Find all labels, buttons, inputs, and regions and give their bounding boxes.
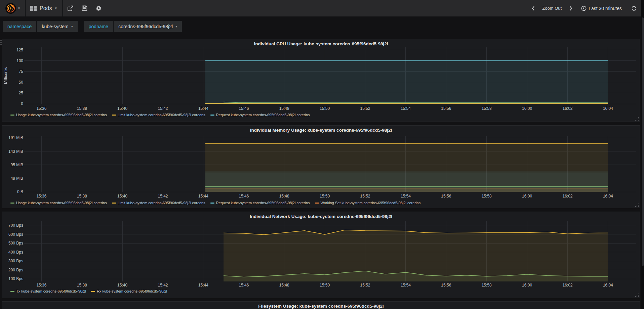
x-axis-tick-label: 15:56: [441, 106, 451, 111]
legend-color-dash: [10, 115, 14, 116]
legend-label: Usage kube-system coredns-695f96dcd5-98j…: [16, 113, 107, 117]
y-axis-tick-label: 25: [19, 91, 24, 95]
scrollbar-thumb[interactable]: [642, 17, 644, 266]
legend-item[interactable]: Usage kube-system coredns-695f96dcd5-98j…: [10, 201, 107, 205]
legend-color-dash: [10, 203, 14, 204]
time-back-button[interactable]: [529, 0, 537, 16]
legend-item[interactable]: Rx kube-system coredns-695f96dcd5-98j2l: [91, 289, 167, 293]
x-axis-tick-label: 15:36: [36, 194, 46, 198]
dashboard-picker-button[interactable]: Pods ▾: [26, 0, 63, 16]
x-axis-tick-label: 15:58: [482, 194, 492, 198]
legend-label: Working Set kube-system coredns-695f96dc…: [321, 201, 421, 205]
grafana-logo-icon: [5, 3, 16, 14]
legend-item[interactable]: Request kube-system coredns-695f96dcd5-9…: [210, 201, 310, 205]
y-axis-tick-label: 0 B: [17, 189, 23, 194]
dashboard-grid-icon: [30, 6, 37, 11]
panel-filesystem-usage: Filesystem Usage: kube-system coredns-69…: [2, 301, 640, 309]
panel-memory-usage: Individual Memory Usage: kube-system cor…: [2, 125, 640, 208]
legend-item[interactable]: Request kube-system coredns-695f96dcd5-9…: [210, 113, 310, 117]
panel-title[interactable]: Individual Memory Usage: kube-system cor…: [2, 128, 640, 133]
y-axis-tick-label: 400 Bps: [8, 250, 23, 255]
time-forward-button[interactable]: [566, 0, 575, 16]
panel-network-usage: Individual Network Usage: kube-system co…: [2, 212, 640, 298]
grafana-menu-button[interactable]: ▾: [0, 0, 26, 16]
refresh-button[interactable]: [630, 0, 638, 16]
panel-resize-handle[interactable]: [638, 206, 639, 207]
x-axis-tick-label: 16:00: [522, 106, 532, 111]
x-axis-tick-label: 15:48: [279, 106, 289, 111]
chevron-left-icon: [532, 6, 535, 11]
save-dashboard-button[interactable]: [77, 0, 91, 16]
legend-item[interactable]: Limit kube-system coredns-695f96dcd5-98j…: [112, 201, 205, 205]
chart-plot: 0 B48 MiB95 MiB143 MiB191 MiB15:3615:381…: [2, 126, 640, 208]
dashboard-title: Pods: [40, 5, 52, 11]
legend-item[interactable]: Limit kube-system coredns-695f96dcd5-98j…: [112, 113, 205, 117]
legend-item[interactable]: Working Set kube-system coredns-695f96dc…: [315, 201, 421, 205]
variable-podname-label: podname: [84, 21, 113, 32]
time-range-label: Last 30 minutes: [589, 6, 622, 11]
x-axis-tick-label: 16:02: [562, 194, 572, 198]
y-axis-unit-label: Millicores: [3, 67, 8, 84]
legend-item[interactable]: Usage kube-system coredns-695f96dcd5-98j…: [10, 113, 107, 117]
share-icon: [67, 5, 74, 11]
y-axis-tick-label: 600 Bps: [8, 232, 23, 237]
x-axis-tick-label: 15:58: [482, 106, 492, 111]
chevron-down-icon: ▾: [175, 25, 177, 28]
share-dashboard-button[interactable]: [63, 0, 77, 16]
refresh-icon: [631, 6, 637, 11]
template-variables-row: namespace kube-system ▾ podname coredns-…: [3, 21, 188, 32]
legend-label: Rx kube-system coredns-695f96dcd5-98j2l: [97, 289, 167, 293]
x-axis-tick-label: 15:44: [198, 283, 208, 288]
panel-resize-handle[interactable]: [638, 120, 639, 121]
chevron-right-icon: [569, 6, 572, 11]
cpu-chart-canvas[interactable]: 025507510012515:3615:3815:4015:4215:4415…: [2, 39, 640, 122]
zoom-out-button[interactable]: Zoom Out: [539, 6, 565, 11]
x-axis-tick-label: 15:40: [117, 283, 127, 288]
panel-title[interactable]: Individual Network Usage: kube-system co…: [2, 214, 640, 219]
network-chart-canvas[interactable]: 100 Bps200 Bps300 Bps400 Bps500 Bps600 B…: [2, 212, 640, 298]
legend-label: Tx kube-system coredns-695f96dcd5-98j2l: [16, 289, 86, 293]
variable-podname-dropdown[interactable]: coredns-695f96dcd5-98j2l ▾: [114, 21, 182, 32]
x-axis-tick-label: 15:46: [239, 283, 249, 288]
x-axis-tick-label: 15:36: [36, 106, 46, 111]
x-axis-tick-label: 15:38: [77, 106, 87, 111]
legend-item[interactable]: Tx kube-system coredns-695f96dcd5-98j2l: [10, 289, 86, 293]
panel-cpu-usage: Individual CPU Usage: kube-system coredn…: [2, 39, 640, 122]
variable-podname-value: coredns-695f96dcd5-98j2l: [118, 24, 173, 29]
legend-label: Request kube-system coredns-695f96dcd5-9…: [216, 201, 310, 205]
x-axis-tick-label: 15:52: [360, 106, 370, 111]
time-range-picker[interactable]: Last 30 minutes: [581, 6, 622, 11]
x-axis-tick-label: 15:40: [117, 106, 127, 111]
x-axis-tick-label: 15:38: [77, 283, 87, 288]
y-axis-tick-label: 0: [21, 101, 23, 106]
legend-label: Request kube-system coredns-695f96dcd5-9…: [216, 113, 310, 117]
legend-label: Usage kube-system coredns-695f96dcd5-98j…: [16, 201, 107, 205]
x-axis-tick-label: 15:42: [158, 106, 168, 111]
y-axis-tick-label: 700 Bps: [8, 223, 23, 228]
x-axis-tick-label: 16:02: [562, 283, 572, 288]
x-axis-tick-label: 16:00: [522, 283, 532, 288]
variable-podname: podname coredns-695f96dcd5-98j2l ▾: [84, 21, 182, 32]
save-icon: [82, 5, 87, 11]
side-menu-toggle[interactable]: [0, 40, 2, 45]
gear-icon: [96, 5, 102, 11]
panel-title[interactable]: Filesystem Usage: kube-system coredns-69…: [2, 304, 640, 309]
x-axis-tick-label: 15:54: [401, 106, 411, 111]
x-axis-tick-label: 15:42: [158, 283, 168, 288]
chart-plot: 025507510012515:3615:3815:4015:4215:4415…: [2, 39, 640, 122]
x-axis-tick-label: 15:38: [77, 194, 87, 198]
dashboard-settings-button[interactable]: [91, 0, 106, 16]
panel-title[interactable]: Individual CPU Usage: kube-system coredn…: [2, 41, 640, 46]
memory-chart-canvas[interactable]: 0 B48 MiB95 MiB143 MiB191 MiB15:3615:381…: [2, 126, 640, 208]
x-axis-tick-label: 16:00: [522, 194, 532, 198]
y-axis-tick-label: 100 Bps: [8, 276, 23, 281]
variable-namespace-dropdown[interactable]: kube-system ▾: [37, 21, 77, 32]
cpu-chart-legend: Usage kube-system coredns-695f96dcd5-98j…: [10, 113, 310, 117]
y-axis-tick-label: 100: [16, 58, 23, 63]
legend-color-dash: [315, 203, 319, 204]
variable-namespace: namespace kube-system ▾: [3, 21, 78, 32]
panel-resize-handle[interactable]: [638, 296, 639, 297]
variable-namespace-value: kube-system: [42, 24, 68, 29]
x-axis-tick-label: 16:04: [603, 283, 613, 288]
legend-color-dash: [210, 115, 214, 116]
